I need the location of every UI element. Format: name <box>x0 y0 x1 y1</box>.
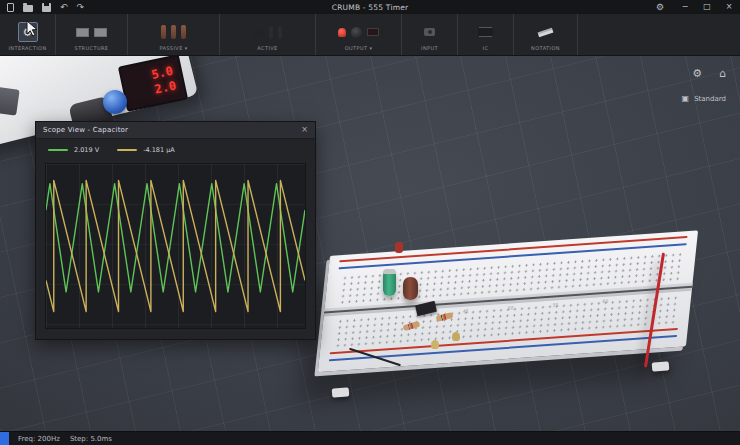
current-trace-swatch <box>117 149 137 151</box>
close-button[interactable]: × <box>718 0 740 14</box>
column-number: 55 <box>552 302 558 307</box>
statusbar: Freq: 200Hz Step: 5.0ms <box>0 431 740 445</box>
toolbar-group-input: INPUT <box>402 14 458 55</box>
scope-close-icon[interactable]: × <box>301 126 308 134</box>
display-component-icon[interactable] <box>367 28 379 36</box>
current-readout: -4.181 µA <box>143 146 175 154</box>
capacitor-component[interactable] <box>403 277 418 300</box>
scope-plot-svg <box>46 164 305 328</box>
toolbar-group-notation: NOTATION <box>514 14 578 55</box>
speaker-component-icon[interactable] <box>351 27 362 38</box>
scope-plot-area <box>45 163 306 329</box>
app-window: ↶ ↷ CRUMB - 555 Timer ⚙ − □ × ⚙ INTERACT… <box>0 0 740 445</box>
psu-current-readout: 2.0 <box>153 79 177 96</box>
minimize-button[interactable]: − <box>674 0 696 14</box>
voltage-readout: 2.019 V <box>74 146 99 154</box>
redo-icon[interactable]: ↷ <box>77 0 85 14</box>
save-icon[interactable] <box>42 3 51 12</box>
ic-chip-component-icon[interactable] <box>478 28 493 36</box>
toolbar-group-structure: STRUCTURE <box>56 14 128 55</box>
psu-knob[interactable] <box>103 90 127 114</box>
protoboard-component-icon[interactable] <box>94 28 107 37</box>
toolbar-group-ic: IC <box>458 14 514 55</box>
inductor-component-icon[interactable] <box>181 25 186 39</box>
breadboard-component-icon[interactable] <box>76 28 89 37</box>
component-on-rail[interactable] <box>395 242 403 253</box>
frequency-readout: Freq: 200Hz <box>18 435 60 443</box>
toolbar-group-label: INPUT <box>421 45 438 51</box>
toolbar-group-label: PASSIVE <box>159 45 182 51</box>
column-number: 50 <box>507 305 513 310</box>
settings-gear-icon[interactable]: ⚙ <box>656 0 664 14</box>
scope-panel-header[interactable]: Scope View - Capacitor × <box>36 122 315 139</box>
toolbar-group-passive: PASSIVE▾ <box>128 14 220 55</box>
toolbar-group-active: ACTIVE <box>220 14 316 55</box>
component-toolbar: ⚙ INTERACTION STRUCTURE PASSIVE▾ <box>0 14 740 56</box>
ceramic-capacitor[interactable] <box>452 332 460 341</box>
transistor-component-icon[interactable] <box>253 28 264 37</box>
scope-panel-title: Scope View - Capacitor <box>43 126 128 134</box>
toolbar-group-label: NOTATION <box>531 45 560 51</box>
mosfet-component-icon[interactable] <box>278 26 282 39</box>
step-readout: Step: 5.0ms <box>70 435 112 443</box>
toolbar-group-output: OUTPUT▾ <box>316 14 402 55</box>
toolbar-group-interaction: ⚙ INTERACTION <box>0 14 56 55</box>
view-mode-label: Standard <box>694 95 726 103</box>
3d-viewport[interactable]: 5.0 2.0 45 50 55 60 <box>0 56 740 431</box>
led-component-icon[interactable] <box>338 28 346 37</box>
electrolytic-capacitor[interactable] <box>383 269 396 296</box>
scope-legend: 2.019 V -4.181 µA <box>36 139 315 160</box>
legend-voltage: 2.019 V <box>48 146 99 154</box>
titlebar: ↶ ↷ CRUMB - 555 Timer ⚙ − □ × <box>0 0 740 14</box>
open-folder-icon[interactable] <box>23 5 33 12</box>
column-number: 45 <box>463 308 469 313</box>
view-mode-selector[interactable]: ▣ Standard <box>682 94 726 103</box>
toolbar-group-label: IC <box>483 45 489 51</box>
undo-icon[interactable]: ↶ <box>60 0 68 14</box>
window-title: CRUMB - 555 Timer <box>0 3 740 12</box>
legend-current: -4.181 µA <box>117 146 175 154</box>
toolbar-group-label: OUTPUT <box>345 45 368 51</box>
ruler-component-icon[interactable] <box>538 27 554 36</box>
voltage-trace-swatch <box>48 149 68 151</box>
simulation-play-button[interactable] <box>0 432 9 445</box>
home-view-icon[interactable]: ⌂ <box>719 68 726 79</box>
toolbar-group-label: ACTIVE <box>257 45 277 51</box>
power-supply-display: 5.0 2.0 <box>118 56 188 112</box>
maximize-button[interactable]: □ <box>696 0 718 14</box>
viewport-settings-gear-icon[interactable]: ⚙ <box>692 68 702 79</box>
column-number: 60 <box>602 299 608 304</box>
cube-icon: ▣ <box>682 94 690 103</box>
ceramic-capacitor[interactable] <box>431 340 439 349</box>
interact-tool-button[interactable]: ⚙ <box>18 22 38 42</box>
pushbutton-component-icon[interactable] <box>424 28 435 36</box>
breadboard-foot <box>332 387 350 397</box>
diode-component-icon[interactable] <box>269 26 273 39</box>
resistor-component-icon[interactable] <box>161 25 166 39</box>
scope-view-panel: Scope View - Capacitor × 2.019 V -4.181 … <box>35 121 316 340</box>
gear-icon: ⚙ <box>23 27 33 38</box>
breadboard[interactable]: 45 50 55 60 <box>318 230 698 372</box>
dropdown-caret-icon[interactable]: ▾ <box>369 45 372 51</box>
new-file-icon[interactable] <box>7 3 14 12</box>
capacitor-component-icon[interactable] <box>171 25 176 39</box>
dropdown-caret-icon[interactable]: ▾ <box>185 45 188 51</box>
toolbar-group-label: INTERACTION <box>8 45 46 51</box>
toolbar-group-label: STRUCTURE <box>75 45 109 51</box>
breadboard-foot <box>652 361 670 371</box>
